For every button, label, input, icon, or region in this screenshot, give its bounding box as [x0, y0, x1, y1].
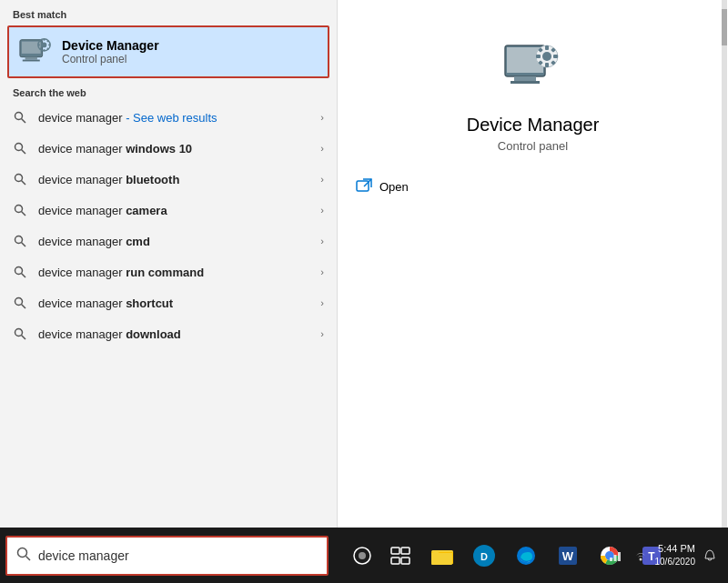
svg-line-25 — [22, 274, 26, 278]
list-item-text: device manager run command — [38, 266, 320, 279]
svg-rect-65 — [610, 558, 612, 561]
svg-rect-53 — [401, 558, 410, 564]
svg-point-46 — [18, 548, 27, 558]
search-icon — [13, 327, 27, 341]
search-icon — [13, 265, 27, 279]
svg-point-5 — [42, 43, 47, 48]
svg-point-35 — [542, 52, 551, 61]
chevron-icon: › — [320, 266, 324, 277]
device-manager-icon — [18, 35, 53, 69]
tray-icon-2[interactable] — [630, 545, 652, 567]
svg-point-14 — [15, 113, 23, 120]
search-icon — [13, 203, 27, 217]
svg-text:D: D — [480, 551, 488, 562]
svg-point-24 — [15, 267, 23, 275]
search-icon — [13, 234, 27, 248]
time-display: 5:44 PM — [658, 542, 695, 556]
right-panel: Device Manager Control panel Open — [337, 0, 728, 528]
svg-rect-37 — [545, 63, 549, 67]
svg-line-21 — [22, 212, 26, 216]
svg-line-10 — [40, 41, 41, 42]
chevron-icon: › — [320, 297, 324, 308]
chevron-icon: › — [320, 328, 324, 339]
list-item-text: device manager cmd — [38, 235, 320, 248]
list-item[interactable]: device manager run command › — [0, 256, 337, 287]
svg-rect-32 — [514, 76, 536, 81]
best-match-label: Best match — [0, 0, 337, 25]
svg-line-27 — [22, 305, 26, 309]
chevron-icon: › — [320, 205, 324, 216]
right-panel-device-manager-icon — [501, 36, 565, 100]
svg-rect-38 — [536, 55, 541, 58]
date-display: 10/6/2020 — [655, 556, 696, 568]
search-icon — [13, 172, 27, 186]
svg-line-15 — [22, 119, 26, 124]
svg-point-26 — [15, 298, 23, 306]
best-match-subtitle: Control panel — [62, 53, 159, 65]
svg-line-12 — [47, 41, 48, 42]
svg-point-18 — [15, 175, 23, 182]
search-icon — [13, 141, 27, 156]
open-label: Open — [379, 180, 409, 194]
list-item[interactable]: device manager cmd › — [0, 226, 337, 256]
search-input[interactable] — [38, 548, 318, 563]
best-match-title: Device Manager — [62, 38, 159, 53]
list-item[interactable]: device manager shortcut › — [0, 287, 337, 318]
svg-point-22 — [15, 236, 23, 244]
svg-line-19 — [22, 181, 26, 186]
svg-point-68 — [639, 558, 642, 560]
dell-button[interactable]: D — [466, 538, 502, 574]
edge-button[interactable] — [508, 538, 544, 574]
svg-point-20 — [15, 206, 23, 213]
best-match-text: Device Manager Control panel — [62, 38, 159, 65]
chevron-icon: › — [320, 112, 324, 123]
right-panel-title: Device Manager — [467, 115, 600, 136]
clock[interactable]: 5:44 PM 10/6/2020 — [655, 542, 696, 568]
notification-button[interactable] — [699, 545, 721, 567]
svg-line-45 — [364, 179, 371, 186]
svg-rect-3 — [23, 60, 40, 62]
chevron-icon: › — [320, 143, 324, 154]
tray-icon-1[interactable] — [604, 545, 626, 567]
svg-point-28 — [15, 329, 23, 337]
list-item-text: device manager windows 10 — [38, 142, 320, 156]
scrollbar-thumb[interactable] — [722, 9, 727, 45]
search-icon — [13, 110, 27, 125]
svg-line-13 — [40, 48, 41, 49]
svg-text:W: W — [562, 549, 574, 563]
best-match-item[interactable]: Device Manager Control panel — [7, 25, 329, 78]
svg-line-17 — [22, 150, 26, 155]
open-button[interactable]: Open — [356, 175, 409, 198]
cortana-button[interactable] — [344, 538, 380, 574]
list-item-text: device manager bluetooth — [38, 173, 320, 186]
list-item-text: device manager - See web results — [38, 111, 320, 125]
svg-rect-51 — [401, 548, 410, 554]
svg-rect-52 — [391, 558, 399, 564]
svg-line-23 — [22, 243, 26, 247]
svg-rect-39 — [553, 55, 558, 58]
taskbar: D W — [0, 528, 728, 583]
task-view-button[interactable] — [382, 538, 419, 574]
svg-rect-66 — [613, 555, 616, 561]
search-box-container[interactable] — [5, 536, 329, 576]
search-icon — [13, 296, 27, 310]
right-panel-subtitle: Control panel — [498, 139, 568, 153]
open-icon — [356, 178, 372, 195]
svg-rect-2 — [25, 57, 37, 60]
list-item[interactable]: device manager bluetooth › — [0, 164, 337, 195]
file-explorer-button[interactable] — [424, 538, 460, 574]
svg-rect-44 — [357, 181, 369, 191]
chevron-icon: › — [320, 174, 324, 185]
list-item-text: device manager download — [38, 327, 320, 341]
svg-rect-50 — [391, 548, 399, 554]
search-box-icon — [16, 547, 31, 565]
list-item[interactable]: device manager camera › — [0, 195, 337, 226]
scrollbar[interactable] — [722, 0, 727, 528]
word-button[interactable]: W — [550, 538, 586, 574]
list-item-text: device manager camera — [38, 204, 320, 217]
search-list: device manager - See web results › devic… — [0, 102, 337, 528]
search-panel: Best match Device M — [0, 0, 337, 528]
list-item[interactable]: device manager windows 10 › — [0, 133, 337, 164]
list-item[interactable]: device manager download › — [0, 318, 337, 349]
list-item[interactable]: device manager - See web results › — [0, 102, 337, 133]
